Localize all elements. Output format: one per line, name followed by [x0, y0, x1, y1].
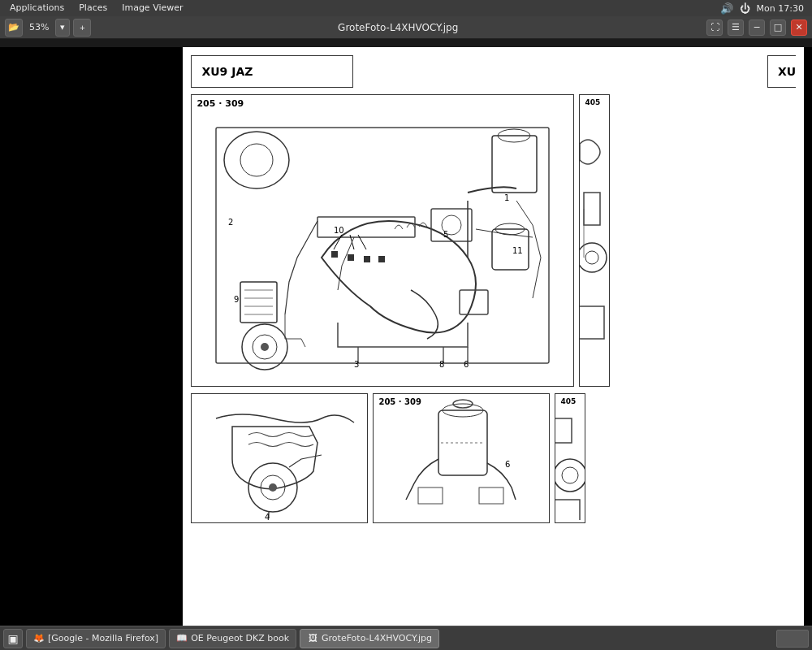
bottom-left-diagram: 4: [191, 393, 368, 523]
minimize-icon: −: [753, 22, 760, 32]
volume-icon[interactable]: 🔊: [720, 2, 733, 15]
xu-partial-label: XU: [767, 55, 796, 88]
fullscreen-icon: ⛶: [710, 22, 719, 32]
bottom-center-svg: 6: [374, 394, 550, 523]
firefox-icon: 🦊: [33, 633, 45, 644]
places-menu[interactable]: Places: [72, 0, 114, 16]
applications-menu[interactable]: Applications: [3, 0, 71, 16]
svg-rect-45: [374, 394, 550, 523]
svg-point-16: [261, 343, 269, 351]
bottom-right-partial: 405: [555, 393, 585, 523]
right-partial-diagram: 405: [579, 94, 610, 387]
app-toolbar: 📂 53% ▾ + GroteFoto-L4XHVOCY.jpg ⛶ ☰ − □…: [0, 16, 812, 39]
taskbar: ▣ 🦊 [Google - Mozilla Firefox] 📖 OE Peug…: [0, 626, 812, 650]
right-partial-svg: [580, 95, 609, 387]
svg-point-42: [269, 483, 277, 492]
peugeot-book-taskbar-btn[interactable]: 📖 OE Peugeot DKZ book: [169, 629, 296, 648]
peugeot-book-label: OE Peugeot DKZ book: [191, 633, 289, 644]
launch-icon: ▣: [7, 632, 18, 645]
power-icon[interactable]: ⏻: [740, 2, 750, 15]
svg-text:11: 11: [512, 246, 523, 255]
svg-rect-39: [192, 394, 368, 523]
svg-text:6: 6: [505, 460, 510, 469]
zoom-dropdown-button[interactable]: ▾: [55, 19, 70, 37]
svg-rect-0: [192, 95, 574, 387]
chevron-down-icon: ▾: [60, 22, 65, 32]
main-diagram-row: 205 · 309 2: [191, 94, 796, 387]
svg-text:1: 1: [504, 193, 509, 202]
top-menubar: Applications Places Image Viewer 🔊 ⏻ Mon…: [0, 0, 812, 16]
svg-rect-22: [331, 251, 338, 258]
main-diagram-label: 205 · 309: [197, 98, 244, 109]
bottom-diagram-row: 4 205 · 309: [191, 393, 796, 523]
firefox-taskbar-btn[interactable]: 🦊 [Google - Mozilla Firefox]: [26, 629, 166, 648]
image-viewer-menu[interactable]: Image Viewer: [115, 0, 189, 16]
zoom-label: 53%: [26, 22, 52, 32]
svg-rect-24: [364, 256, 370, 262]
top-label-row: XU9 JAZ XU: [191, 55, 796, 88]
open-file-button[interactable]: 📂: [5, 19, 23, 37]
window-title: GroteFoto-L4XHVOCY.jpg: [94, 22, 702, 33]
menu-button[interactable]: ☰: [728, 20, 744, 36]
engine-diagram-svg: 2 1 11: [192, 95, 574, 387]
bottom-left-svg: 4: [192, 394, 368, 523]
restore-icon: □: [774, 22, 782, 32]
close-button[interactable]: ✕: [791, 20, 807, 36]
fullscreen-button[interactable]: ⛶: [706, 20, 723, 36]
bottom-center-label: 205 · 309: [378, 397, 421, 406]
firefox-label: [Google - Mozilla Firefox]: [48, 633, 158, 644]
xu9-jaz-label: XU9 JAZ: [191, 55, 353, 88]
image-viewer-label: GroteFoto-L4XHVOCY.jpg: [322, 633, 432, 644]
image-icon: 🖼: [307, 633, 318, 644]
svg-text:10: 10: [334, 226, 344, 235]
svg-rect-23: [348, 254, 354, 261]
svg-text:9: 9: [234, 295, 239, 304]
open-file-icon: 📂: [8, 22, 19, 32]
page-content: XU9 JAZ XU 205 · 309: [183, 47, 804, 538]
main-engine-diagram: 205 · 309 2: [191, 94, 574, 387]
image-viewer-taskbar-btn[interactable]: 🖼 GroteFoto-L4XHVOCY.jpg: [300, 629, 439, 648]
close-icon: ✕: [795, 22, 802, 32]
main-content: XU9 JAZ XU 205 · 309: [0, 39, 812, 626]
bottom-right-partial-label: 405: [560, 397, 576, 405]
right-partial-label: 405: [585, 98, 600, 106]
taskbar-right-area: [776, 630, 809, 648]
restore-button[interactable]: □: [770, 20, 786, 36]
minimize-button[interactable]: −: [749, 20, 765, 36]
image-area[interactable]: XU9 JAZ XU 205 · 309: [183, 47, 804, 626]
add-button[interactable]: +: [73, 19, 91, 37]
book-icon: 📖: [176, 633, 188, 644]
clock-display: Mon 17:30: [757, 3, 804, 14]
plus-icon: +: [80, 23, 84, 32]
svg-rect-25: [378, 256, 385, 262]
bottom-right-partial-svg: [555, 394, 585, 523]
svg-rect-36: [580, 95, 609, 387]
bottom-center-diagram: 205 · 309 6: [373, 393, 550, 523]
taskbar-launch-button[interactable]: ▣: [3, 629, 23, 648]
clock-area: 🔊 ⏻ Mon 17:30: [720, 2, 809, 15]
svg-text:2: 2: [228, 218, 233, 227]
menu-icon: ☰: [732, 22, 740, 32]
